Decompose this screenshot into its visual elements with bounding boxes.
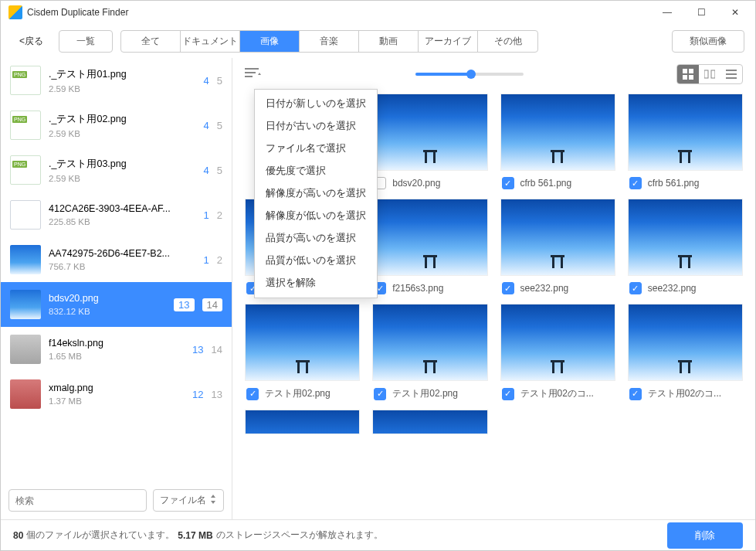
file-name: bdsv20.png: [49, 293, 166, 304]
tile-label: テスト用02のコ...: [520, 387, 594, 400]
tile-checkbox[interactable]: ✓: [246, 388, 259, 400]
tile-checkbox[interactable]: ✓: [629, 177, 642, 189]
tile-label: テスト用02.png: [392, 387, 458, 400]
thumbnail-tile[interactable]: ✓see232.png: [628, 199, 743, 294]
tile-image: [372, 304, 487, 381]
thumbnail-tile[interactable]: ✓f2156s3.png: [372, 199, 487, 294]
tile-label: cfrb 561.png: [648, 178, 700, 189]
maximize-button[interactable]: ☐: [684, 2, 718, 23]
selected-count: 4: [204, 120, 209, 131]
segment-0[interactable]: 全て: [121, 31, 181, 52]
tile-label: bdsv20.png: [392, 178, 440, 189]
file-thumbnail: [10, 335, 41, 364]
thumbnail-tile[interactable]: ✓テスト用02.png: [372, 304, 487, 400]
file-name: AA742975-26D6-4EE7-B2...: [49, 248, 196, 259]
total-count: 14: [212, 344, 222, 355]
selection-dropdown: 日付が新しいのを選択日付が古いのを選択ファイル名で選択優先度で選択解像度が高いの…: [254, 89, 378, 298]
content: PNG._テスト用01.png2.59 KB45PNG._テスト用02.png2…: [1, 58, 755, 519]
file-name: f14eksln.png: [49, 338, 185, 349]
selected-count: 12: [192, 389, 203, 400]
statusbar: 80 個のファイルが選択されています。 5.17 MB のストレージスペースが解…: [1, 519, 755, 550]
segment-5[interactable]: アーカイブ: [419, 31, 478, 52]
compare-view-button[interactable]: [699, 65, 720, 83]
thumbnail-size-slider[interactable]: [415, 73, 524, 76]
total-count: 5: [217, 120, 222, 131]
segment-3[interactable]: 音楽: [300, 31, 359, 52]
minimize-button[interactable]: —: [650, 2, 684, 23]
file-row[interactable]: PNG._テスト用01.png2.59 KB45: [1, 58, 232, 103]
dropdown-item[interactable]: ファイル名で選択: [255, 138, 377, 160]
segment-4[interactable]: 動画: [359, 31, 419, 52]
tile-image: [628, 304, 743, 381]
thumbnail-tile[interactable]: ✓see232.png: [500, 199, 615, 294]
file-row[interactable]: bdsv20.png832.12 KB1314: [1, 282, 232, 327]
file-size: 2.59 KB: [49, 129, 196, 138]
segment-6[interactable]: その他: [478, 31, 537, 52]
file-thumbnail: PNG: [10, 111, 41, 140]
dropdown-item[interactable]: 日付が古いのを選択: [255, 115, 377, 138]
close-button[interactable]: ✕: [718, 2, 752, 23]
thumbnail-tile[interactable]: ✓cfrb 561.png: [628, 94, 743, 189]
tile-checkbox[interactable]: ✓: [502, 388, 514, 400]
chevron-icon: [209, 495, 217, 506]
thumbnail-tile[interactable]: ✓テスト用02.png: [245, 304, 360, 400]
thumbnail-tile-partial[interactable]: [245, 410, 360, 434]
svg-rect-1: [689, 69, 693, 73]
search-input[interactable]: [8, 489, 147, 512]
file-row[interactable]: AA742975-26D6-4EE7-B2...756.7 KB12: [1, 237, 232, 282]
file-list: PNG._テスト用01.png2.59 KB45PNG._テスト用02.png2…: [1, 58, 232, 481]
file-row[interactable]: xmalg.png1.37 MB1213: [1, 372, 232, 417]
segment-2[interactable]: 画像: [240, 31, 300, 52]
file-thumbnail: [10, 290, 41, 319]
segment-1[interactable]: ドキュメント: [181, 31, 240, 52]
similar-images-button[interactable]: 類似画像: [672, 30, 744, 53]
total-count: 5: [217, 75, 222, 87]
sort-button[interactable]: ファイル名: [153, 489, 224, 512]
file-size: 2.59 KB: [49, 84, 196, 94]
grid-view-button[interactable]: [677, 65, 699, 83]
svg-rect-2: [683, 75, 687, 80]
thumbnail-tile[interactable]: ✓テスト用02のコ...: [628, 304, 743, 400]
file-row[interactable]: 412CA26E-3903-4EEA-AF...225.85 KB12: [1, 192, 232, 237]
dropdown-item[interactable]: 解像度が低いのを選択: [255, 205, 377, 227]
file-row[interactable]: PNG._テスト用02.png2.59 KB45: [1, 103, 232, 148]
list-view-button[interactable]: [720, 65, 742, 83]
tile-checkbox[interactable]: ✓: [629, 388, 642, 400]
thumbnail-tile[interactable]: ✓cfrb 561.png: [500, 94, 615, 189]
back-button[interactable]: <戻る: [12, 30, 51, 53]
file-name: ._テスト用03.png: [49, 158, 196, 171]
dropdown-item[interactable]: 選択を解除: [255, 272, 377, 294]
file-row[interactable]: f14eksln.png1.65 MB1314: [1, 327, 232, 372]
dropdown-item[interactable]: 日付が新しいのを選択: [255, 93, 377, 115]
selected-count: 4: [204, 165, 209, 176]
thumbnail-tile[interactable]: bdsv20.png: [372, 94, 487, 189]
status-text-1: 個のファイルが選択されています。: [26, 529, 175, 542]
delete-button[interactable]: 削除: [667, 522, 743, 549]
selected-count: 13: [192, 344, 203, 355]
list-button[interactable]: 一覧: [59, 30, 113, 53]
thumbnail-tile-partial[interactable]: [372, 410, 487, 434]
dropdown-item[interactable]: 品質が低いのを選択: [255, 250, 377, 272]
file-thumbnail: [10, 245, 41, 274]
tile-checkbox[interactable]: ✓: [502, 177, 514, 189]
file-name: ._テスト用02.png: [49, 113, 196, 126]
dropdown-item[interactable]: 優先度で選択: [255, 160, 377, 182]
tile-checkbox[interactable]: ✓: [629, 282, 642, 294]
sort-menu-button[interactable]: [245, 68, 262, 80]
tile-checkbox[interactable]: ✓: [502, 282, 514, 294]
window-title: Cisdem Duplicate Finder: [27, 7, 650, 18]
dropdown-item[interactable]: 品質が高いのを選択: [255, 227, 377, 250]
dropdown-item[interactable]: 解像度が高いのを選択: [255, 182, 377, 205]
thumbnail-size-slider-wrap: [270, 73, 669, 76]
file-row[interactable]: PNG._テスト用03.png2.59 KB45: [1, 148, 232, 192]
toolbar: <戻る 一覧 全てドキュメント画像音楽動画アーカイブその他 類似画像: [1, 24, 755, 58]
sidebar: PNG._テスト用01.png2.59 KB45PNG._テスト用02.png2…: [1, 58, 232, 519]
file-size: 225.85 KB: [49, 217, 196, 226]
svg-rect-5: [711, 70, 715, 78]
tile-label: see232.png: [520, 283, 569, 294]
file-thumbnail: [10, 379, 41, 409]
main-header: [232, 58, 755, 90]
thumbnail-tile[interactable]: ✓テスト用02のコ...: [500, 304, 615, 400]
titlebar: Cisdem Duplicate Finder — ☐ ✕: [1, 1, 755, 24]
tile-checkbox[interactable]: ✓: [374, 388, 386, 400]
